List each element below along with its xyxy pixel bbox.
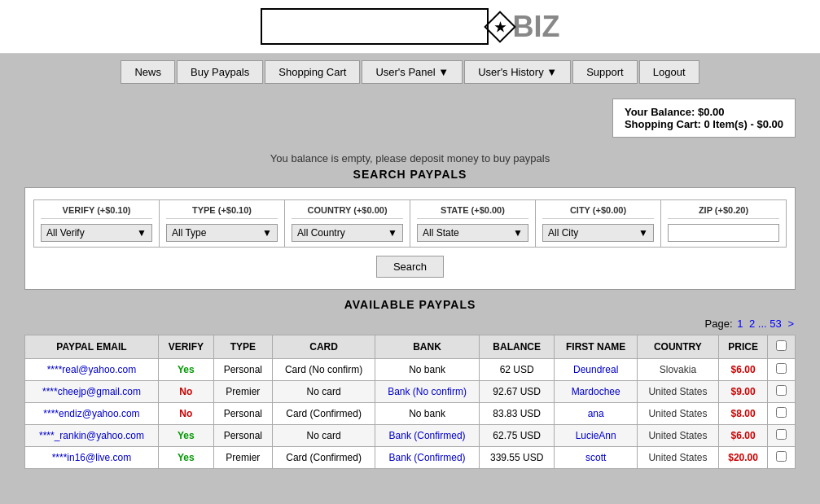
nav-users-panel[interactable]: User's Panel ▼ [362,60,463,84]
type-label: TYPE (+$0.10) [166,205,278,219]
cell-firstname: Deundreal [555,359,637,381]
cell-balance: 339.55 USD [479,447,555,469]
search-filters: VERIFY (+$0.10) All Verify ▼ TYPE (+$0.1… [33,199,787,248]
balance-line2: Shopping Cart: 0 Item(s) - $0.00 [625,118,783,130]
col-checkbox-all[interactable] [768,335,796,359]
nav-shopping-cart[interactable]: Shopping Cart [265,60,360,84]
cell-country: United States [637,425,718,447]
nav-support[interactable]: Support [572,60,638,84]
col-country: COUNTRY [637,335,718,359]
verify-label: VERIFY (+$0.10) [41,205,152,219]
cell-card: Card (No confirm) [272,359,375,381]
verify-select[interactable]: All Verify ▼ [41,224,152,242]
table-row: ****real@yahoo.com Yes Personal Card (No… [25,359,796,381]
search-button[interactable]: Search [376,256,444,278]
table-row: ****cheejp@gmail.com No Premier No card … [25,381,796,403]
cell-email: ****cheejp@gmail.com [25,381,159,403]
cell-firstname: ana [555,403,637,425]
filter-zip: ZIP (+$0.20) [661,200,786,247]
available-title: AVAILABLE PAYPALS [24,298,796,311]
search-box: VERIFY (+$0.10) All Verify ▼ TYPE (+$0.1… [24,187,796,290]
nav-logout[interactable]: Logout [639,60,699,84]
cell-checkbox[interactable] [768,359,796,381]
table-header-row: PAYPAL EMAIL VERIFY TYPE CARD BANK BALAN… [25,335,796,359]
city-label: CITY (+$0.00) [542,205,654,219]
select-all-checkbox[interactable] [776,340,787,351]
search-title: SEARCH PAYPALS [16,168,804,181]
country-select[interactable]: All Country ▼ [292,224,403,242]
cell-card: No card [272,425,375,447]
cell-country: United States [637,403,718,425]
col-email: PAYPAL EMAIL [25,335,159,359]
balance-container: Your Balance: $0.00 Shopping Cart: 0 Ite… [0,90,820,146]
cell-price: $8.00 [718,403,767,425]
col-firstname: FIRST NAME [555,335,637,359]
email-link[interactable]: ****real@yahoo.com [47,364,137,375]
page-next-link[interactable]: > [787,318,794,330]
page-nav: Page: 1 2 ... 53 > [24,318,796,330]
cell-email: ****_rankin@yahoo.com [25,425,159,447]
zip-input[interactable] [668,224,779,242]
cell-price: $20.00 [718,447,767,469]
city-select[interactable]: All City ▼ [542,224,654,242]
nav-buy-paypals[interactable]: Buy Paypals [177,60,263,84]
chevron-down-icon: ▼ [638,227,648,239]
table-row: ****_rankin@yahoo.com Yes Personal No ca… [25,425,796,447]
nav-users-history[interactable]: User's History ▼ [464,60,571,84]
cell-country: United States [637,447,718,469]
email-link[interactable]: ****_rankin@yahoo.com [39,430,144,441]
row-checkbox[interactable] [776,451,787,462]
cell-type: Personal [213,359,272,381]
filter-verify: VERIFY (+$0.10) All Verify ▼ [34,200,160,247]
cell-price: $6.00 [718,359,767,381]
zip-label: ZIP (+$0.20) [668,205,779,219]
nav-news[interactable]: News [121,60,175,84]
search-btn-container: Search [33,256,787,278]
state-select[interactable]: All State ▼ [417,224,528,242]
cell-country: Slovakia [637,359,718,381]
cell-type: Personal [213,403,272,425]
col-bank: BANK [375,335,480,359]
table-row: ****in16@live.com Yes Premier Card (Conf… [25,447,796,469]
cell-email: ****real@yahoo.com [25,359,159,381]
row-checkbox[interactable] [776,363,787,374]
filter-city: CITY (+$0.00) All City ▼ [536,200,661,247]
row-checkbox[interactable] [776,429,787,440]
cell-checkbox[interactable] [768,403,796,425]
cell-checkbox[interactable] [768,447,796,469]
cell-checkbox[interactable] [768,381,796,403]
row-checkbox[interactable] [776,385,787,396]
col-price: PRICE [718,335,767,359]
cell-balance: 83.83 USD [479,403,555,425]
main-content: You balance is empty, please deposit mon… [0,152,820,469]
cell-email: ****in16@live.com [25,447,159,469]
logo-input-box[interactable] [261,8,489,45]
cell-country: United States [637,381,718,403]
chevron-down-icon: ▼ [546,66,557,78]
cell-balance: 92.67 USD [479,381,555,403]
cell-bank: No bank [375,403,480,425]
cell-bank: Bank (Confirmed) [375,425,480,447]
chevron-down-icon: ▼ [513,227,523,239]
cell-verify: Yes [158,447,213,469]
cell-type: Premier [213,447,272,469]
row-checkbox[interactable] [776,407,787,418]
cell-verify: Yes [158,359,213,381]
cell-card: Card (Confirmed) [272,403,375,425]
type-select[interactable]: All Type ▼ [166,224,278,242]
email-link[interactable]: ****cheejp@gmail.com [42,386,141,397]
cell-bank: No bank [375,359,480,381]
cell-checkbox[interactable] [768,425,796,447]
state-label: STATE (+$0.00) [417,205,528,219]
page-range-link[interactable]: 2 ... 53 [749,318,782,330]
cell-type: Personal [213,425,272,447]
cell-card: No card [272,381,375,403]
cell-balance: 62.75 USD [479,425,555,447]
chevron-down-icon: ▼ [262,227,272,239]
chevron-down-icon: ▼ [438,66,449,78]
cell-type: Premier [213,381,272,403]
email-link[interactable]: ****endiz@yahoo.com [43,408,139,419]
email-link[interactable]: ****in16@live.com [52,452,132,463]
cell-card: Card (Confirmed) [272,447,375,469]
page-1-link[interactable]: 1 [737,318,743,330]
